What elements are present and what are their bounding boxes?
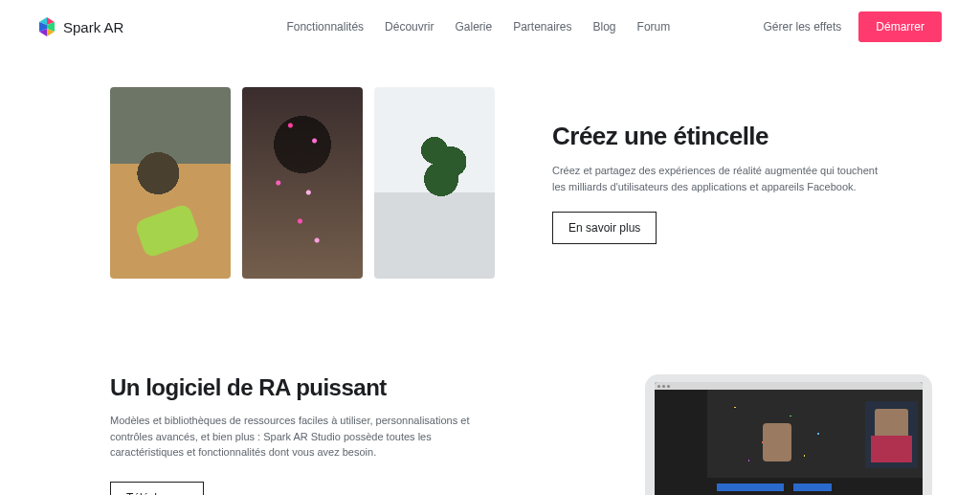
software-section: Un logiciel de RA puissant Modèles et bi…	[0, 317, 980, 495]
site-header: Spark AR Fonctionnalités Découvrir Galer…	[0, 0, 980, 54]
nav-partenaires[interactable]: Partenaires	[513, 20, 571, 34]
software-text: Un logiciel de RA puissant Modèles et bi…	[110, 374, 474, 495]
start-button[interactable]: Démarrer	[858, 11, 942, 42]
logo-text: Spark AR	[63, 19, 123, 35]
nav-galerie[interactable]: Galerie	[455, 20, 492, 34]
hero-title: Créez une étincelle	[552, 122, 878, 151]
hero-description: Créez et partagez des expériences de réa…	[552, 163, 878, 194]
hero-section: Créez une étincelle Créez et partagez de…	[0, 54, 980, 317]
hero-image-3	[374, 87, 495, 279]
logo[interactable]: Spark AR	[38, 17, 123, 36]
nav-forum[interactable]: Forum	[637, 20, 671, 34]
manage-effects-link[interactable]: Gérer les effets	[764, 20, 842, 34]
learn-more-button[interactable]: En savoir plus	[552, 212, 657, 244]
hero-image-2	[242, 87, 363, 279]
hero-image-row	[110, 87, 495, 279]
laptop-screen	[655, 382, 923, 495]
hero-text: Créez une étincelle Créez et partagez de…	[552, 122, 878, 244]
download-button[interactable]: Télécharger	[110, 482, 204, 496]
nav-fonctionnalites[interactable]: Fonctionnalités	[286, 20, 364, 34]
software-description: Modèles et bibliothèques de ressources f…	[110, 413, 474, 461]
spark-logo-icon	[38, 17, 56, 36]
hero-image-1	[110, 87, 231, 279]
software-title: Un logiciel de RA puissant	[110, 374, 474, 401]
nav-blog[interactable]: Blog	[593, 20, 616, 34]
laptop-mockup	[645, 374, 932, 495]
main-nav: Fonctionnalités Découvrir Galerie Parten…	[286, 20, 670, 34]
nav-decouvrir[interactable]: Découvrir	[385, 20, 434, 34]
